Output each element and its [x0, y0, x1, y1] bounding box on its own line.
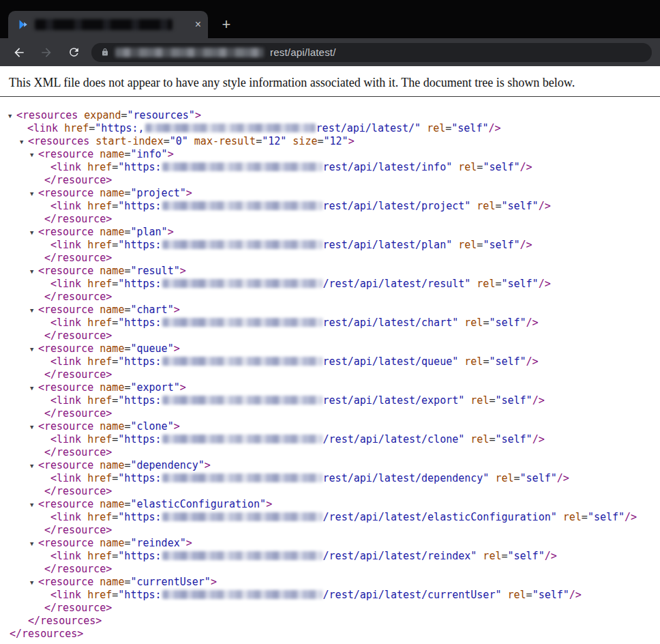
xml-tag: > [205, 459, 211, 471]
xml-attribute-name: href [81, 239, 112, 251]
xml-line: ▼<resource name="project"> [0, 187, 660, 200]
tab-close-icon[interactable]: × [195, 19, 201, 30]
xml-attribute-value: rest/api/latest/plan" [323, 239, 453, 251]
redacted-host-text [145, 123, 316, 132]
xml-attribute-value: "12" [324, 135, 348, 147]
reload-button[interactable] [60, 41, 87, 64]
xml-tag: </resources> [28, 615, 102, 627]
new-tab-button[interactable]: + [216, 14, 237, 35]
collapse-toggle-icon[interactable]: ▼ [30, 382, 38, 395]
xml-attribute-name: name [93, 226, 124, 238]
xml-line: <link href="https:rest/api/latest/plan" … [0, 239, 660, 252]
back-button[interactable] [5, 41, 33, 64]
xml-attribute-value: "https: [118, 317, 161, 329]
collapse-toggle-icon[interactable]: ▼ [30, 343, 38, 356]
xml-tag: /> [569, 589, 582, 601]
xml-line: <link href="https:,rest/api/latest/" rel… [0, 122, 660, 135]
xml-attribute-value: "plan" [130, 226, 167, 238]
xml-tree: ▼<resources expand="resources"><link hre… [0, 97, 660, 641]
xml-line: </resources> [0, 628, 660, 641]
redacted-host-text [162, 279, 322, 288]
xml-attribute-value: /rest/api/latest/clone" [323, 433, 465, 445]
xml-attribute-value: "self" [489, 317, 526, 329]
xml-attribute-name: href [81, 355, 112, 368]
url-text: rest/api/latest/ [270, 46, 336, 58]
collapse-toggle-icon[interactable]: ▼ [30, 576, 38, 589]
xml-attribute-name: rel [489, 472, 513, 484]
collapse-toggle-icon[interactable]: ▼ [30, 226, 38, 239]
collapse-toggle-icon[interactable]: ▼ [30, 188, 38, 201]
xml-tag: /> [539, 278, 551, 290]
collapse-toggle-icon[interactable]: ▼ [30, 304, 38, 317]
collapse-toggle-icon[interactable]: ▼ [30, 460, 38, 473]
xml-attribute-value: "self" [501, 200, 538, 212]
xml-line: ▼<resource name="plan"> [0, 226, 660, 239]
xml-attribute-name: rel [557, 511, 582, 523]
xml-line: ▼<resource name="dependency"> [0, 459, 660, 472]
xml-tag: </resource> [44, 368, 112, 381]
collapse-toggle-icon[interactable]: ▼ [30, 538, 38, 551]
page-content: This XML file does not appear to have an… [0, 66, 660, 644]
xml-tag: <link [50, 200, 81, 212]
xml-line: ▼<resource name="currentUser"> [0, 576, 660, 589]
collapse-toggle-icon[interactable]: ▼ [20, 136, 28, 149]
lock-icon [101, 48, 109, 57]
xml-attribute-name: name [93, 498, 124, 510]
xml-attribute-name: href [81, 589, 112, 601]
xml-equals: = [164, 135, 170, 147]
xml-line: <link href="https:rest/api/latest/queue"… [0, 355, 660, 368]
xml-tag: > [168, 148, 174, 160]
xml-line: <link href="https:/rest/api/latest/resul… [0, 278, 660, 291]
xml-attribute-value: "https: [118, 355, 161, 368]
xml-attribute-name: name [93, 576, 124, 588]
xml-tag: </resource> [44, 485, 112, 497]
xml-tag: <link [50, 317, 81, 329]
xml-line: <link href="https:rest/api/latest/chart"… [0, 317, 660, 330]
xml-tag: /> [520, 239, 532, 251]
xml-attribute-value: "result" [130, 265, 179, 277]
xml-equals: = [112, 589, 118, 601]
xml-line: ▼<resource name="queue"> [0, 342, 660, 355]
redacted-url-host [115, 48, 264, 57]
xml-attribute-value: "self" [451, 122, 488, 134]
xml-tag: <resource [38, 148, 93, 160]
collapse-toggle-icon[interactable]: ▼ [30, 149, 38, 162]
xml-line: </resource> [0, 174, 660, 187]
xml-tag: </resource> [44, 602, 112, 614]
xml-attribute-value: "https: [118, 511, 161, 523]
xml-tag: <resource [38, 226, 93, 238]
xml-line: </resource> [0, 446, 660, 459]
xml-line: ▼<resources start-index="0" max-result="… [0, 135, 660, 148]
redacted-host-text [162, 396, 322, 405]
xml-attribute-value: "project" [130, 187, 185, 199]
xml-attribute-name: name [93, 381, 124, 394]
xml-line: </resource> [0, 291, 660, 304]
xml-line: ▼<resource name="elasticConfiguration"> [0, 498, 660, 511]
collapse-toggle-icon[interactable]: ▼ [30, 265, 38, 278]
xml-line: <link href="https:rest/api/latest/projec… [0, 200, 660, 213]
xml-tag: <resource [38, 498, 93, 510]
xml-attribute-value: "self" [501, 278, 538, 290]
xml-tag: <link [50, 511, 81, 523]
xml-attribute-name: href [81, 161, 112, 173]
xml-equals: = [501, 550, 507, 562]
browser-window: × + rest/api/latest/ This XML file does … [0, 0, 660, 644]
forward-button[interactable] [33, 41, 60, 64]
xml-attribute-value: rest/api/latest/info" [323, 161, 453, 173]
xml-equals: = [514, 472, 520, 484]
address-bar[interactable]: rest/api/latest/ [91, 43, 652, 62]
xml-attribute-value: "export" [130, 381, 179, 394]
collapse-toggle-icon[interactable]: ▼ [30, 499, 38, 512]
xml-equals: = [317, 135, 323, 147]
collapse-toggle-icon[interactable]: ▼ [30, 421, 38, 434]
xml-attribute-name: name [93, 537, 124, 549]
collapse-toggle-icon[interactable]: ▼ [8, 110, 16, 123]
browser-tab[interactable]: × [8, 11, 208, 38]
xml-tag: <link [50, 394, 81, 407]
xml-attribute-name: href [81, 433, 112, 445]
xml-attribute-name: rel [458, 355, 483, 368]
xml-attribute-value: "12" [262, 135, 286, 147]
xml-attribute-value: "https: [118, 239, 161, 251]
xml-tag: <link [50, 161, 81, 173]
xml-attribute-name: name [93, 342, 124, 355]
